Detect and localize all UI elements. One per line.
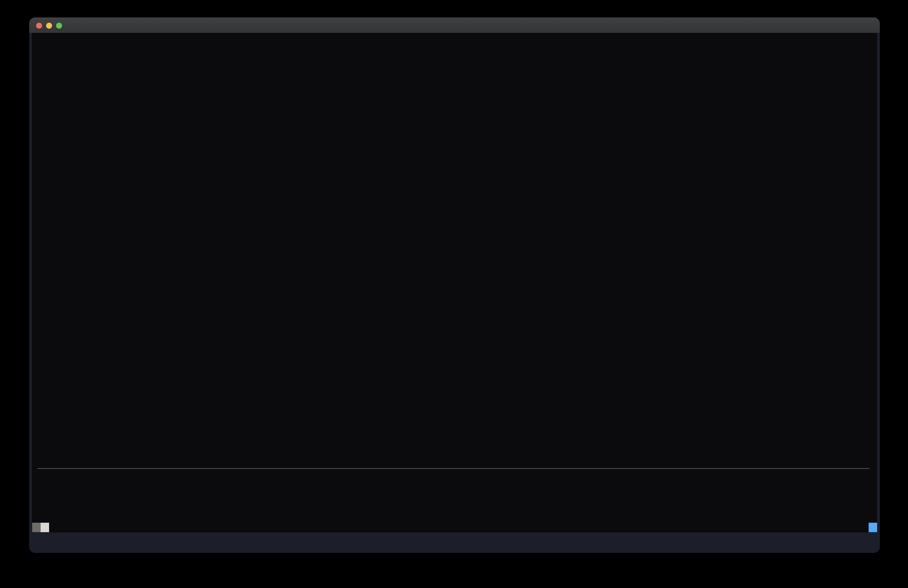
- status-bar: [32, 523, 877, 532]
- terminal-content: [32, 33, 877, 532]
- desktop-background: [0, 0, 908, 588]
- window-titlebar[interactable]: [29, 18, 880, 33]
- tokens-cost-chip: [40, 523, 49, 532]
- window-title: [29, 18, 880, 33]
- terminal-window: [29, 18, 880, 553]
- input-divider: [37, 468, 869, 469]
- close-button[interactable]: [36, 23, 42, 29]
- minimize-button[interactable]: [46, 23, 52, 29]
- help-chip[interactable]: [32, 523, 40, 532]
- zoom-button[interactable]: [56, 23, 62, 29]
- model-chip[interactable]: [869, 523, 877, 532]
